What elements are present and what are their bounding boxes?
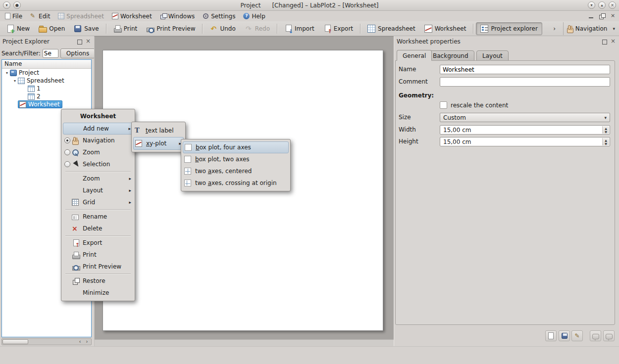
spinner-buttons[interactable]: ▲▼ [602, 126, 609, 134]
menu-item-layout-submenu[interactable]: Layout ▸ [61, 184, 135, 196]
menu-item-text-label[interactable]: T text label [132, 124, 185, 137]
tab-general[interactable]: General [397, 50, 432, 61]
project-explorer-header: Project Explorer × [0, 36, 94, 47]
tree-column-header[interactable]: Name [2, 60, 91, 69]
export-button[interactable]: Export [319, 22, 358, 35]
navigation-button-label[interactable]: Navigation [575, 25, 608, 32]
print-preview-button[interactable]: Print Preview [142, 22, 200, 35]
menu-item-label: Restore [83, 277, 131, 284]
worksheet-scrollbar[interactable] [95, 339, 394, 346]
menu-item-export[interactable]: Export [61, 237, 135, 249]
menu-item-delete[interactable]: × Delete [61, 223, 135, 234]
menu-item-print-preview[interactable]: Print Preview [61, 261, 135, 273]
minimize-button[interactable]: ▾ [588, 1, 595, 9]
spin-up-icon[interactable]: ▲ [605, 138, 607, 142]
menu-item-label: Navigation [83, 137, 131, 144]
new-page-button[interactable] [545, 330, 557, 341]
menu-item-two-axes-crossing-origin[interactable]: two axes, crossing at origin [181, 177, 290, 189]
menu-item-rename[interactable]: Rename [61, 211, 135, 223]
tree-row-spreadsheet[interactable]: ▾ Spreadsheet [2, 77, 91, 85]
new-button[interactable]: New [2, 22, 34, 35]
import-button[interactable]: Import [280, 22, 319, 35]
rescale-checkbox-label[interactable]: rescale the content [451, 102, 508, 109]
expander-icon[interactable]: ▾ [4, 71, 10, 75]
menu-item-label: Layout [83, 187, 124, 194]
worksheet-icon [112, 13, 118, 19]
toolbar-overflow-button[interactable]: › [553, 25, 556, 32]
spinner-buttons[interactable]: ▲▼ [602, 138, 609, 145]
scrollbar-thumb[interactable] [2, 339, 28, 344]
save-button[interactable]: Save [69, 22, 103, 35]
size-combobox[interactable]: Custom ▾ [440, 113, 610, 122]
menu-item-box-plot-two-axes[interactable]: box plot, two axes [181, 153, 290, 165]
height-spinbox[interactable]: 15,00 cm ▲▼ [440, 137, 610, 146]
menu-item-print[interactable]: Print [61, 249, 135, 261]
menu-item-navigation[interactable]: Navigation [61, 135, 135, 146]
chart-icon-shape [135, 140, 142, 147]
menu-file[interactable]: File [1, 11, 26, 21]
mdi-restore-button[interactable] [598, 12, 606, 20]
float-dock-button[interactable] [601, 38, 608, 45]
spin-up-icon[interactable]: ▲ [605, 127, 607, 130]
maximize-button[interactable]: ▴ [598, 1, 606, 9]
edit-button[interactable]: ✎ [571, 330, 583, 341]
tab-background[interactable]: Background [427, 50, 474, 61]
window-menu-button[interactable]: ▾ [3, 1, 10, 9]
menu-item-xy-plot[interactable]: xy-plot ▸ [133, 137, 184, 150]
worksheet-button[interactable]: Worksheet [420, 22, 471, 35]
options-button[interactable]: Options [60, 48, 95, 58]
spreadsheet-button[interactable]: Spreadsheet [363, 22, 420, 35]
width-spinbox[interactable]: 15,00 cm ▲▼ [440, 125, 610, 135]
menu-settings[interactable]: Settings [199, 11, 239, 21]
project-explorer-button[interactable]: Project explorer [476, 22, 542, 35]
add-comment-button[interactable] [603, 330, 615, 341]
save-button[interactable] [559, 330, 570, 341]
navigation-dropdown-icon[interactable]: ▾ [613, 26, 615, 31]
comment-button[interactable] [590, 330, 601, 341]
scroll-right-button[interactable]: › [84, 339, 90, 345]
mdi-minimize-button[interactable] [587, 12, 595, 20]
mdi-close-button[interactable]: × [609, 12, 617, 20]
menu-item-two-axes-centered[interactable]: two axes, centered [181, 165, 290, 177]
menu-item-label: Zoom [83, 149, 131, 156]
close-dock-button[interactable]: × [610, 38, 617, 45]
window-pin-button[interactable]: ● [13, 1, 21, 9]
sheet-icon [28, 86, 35, 92]
tab-layout[interactable]: Layout [476, 50, 509, 61]
menu-item-label: Print Preview [83, 263, 131, 270]
search-input[interactable] [43, 49, 58, 58]
float-dock-button[interactable] [76, 38, 83, 45]
comment-field[interactable] [440, 77, 610, 87]
menu-help[interactable]: ?Help [239, 11, 269, 21]
menu-item-box-plot-four-axes[interactable]: box plot, four axes [183, 141, 289, 153]
tree-row-worksheet[interactable]: Worksheet [2, 100, 91, 108]
menu-item-add-new[interactable]: Add new ▸ [63, 123, 133, 135]
redo-button-label: Redo [255, 25, 270, 32]
tree-row-sheet1[interactable]: 1 [2, 85, 91, 92]
undo-button[interactable]: ↶Undo [205, 22, 240, 35]
menu-item-zoom-submenu[interactable]: Zoom ▸ [61, 173, 135, 184]
menu-item-selection-mode[interactable]: Selection [61, 158, 135, 170]
menu-item-grid-submenu[interactable]: Grid ▸ [61, 196, 135, 208]
submenu-arrow-icon: ▸ [129, 188, 131, 193]
print-button[interactable]: Print [109, 22, 142, 35]
expander-icon[interactable]: ▾ [12, 79, 18, 83]
sheet-icon [28, 93, 35, 100]
menu-item-zoom-mode[interactable]: Zoom [61, 146, 135, 158]
menu-worksheet[interactable]: Worksheet [108, 11, 156, 21]
spin-down-icon[interactable]: ▼ [605, 142, 607, 145]
open-button[interactable]: Open [34, 22, 69, 35]
tree-row-project[interactable]: ▾ Project [2, 69, 91, 77]
close-button[interactable]: × [609, 1, 616, 9]
tree-row-sheet2[interactable]: 2 [2, 92, 91, 100]
menu-item-minimize[interactable]: Minimize [61, 287, 135, 299]
close-dock-button[interactable]: × [85, 38, 92, 45]
scroll-left-button[interactable]: ‹ [77, 339, 83, 345]
rescale-checkbox[interactable] [440, 101, 447, 109]
name-field[interactable] [440, 65, 610, 74]
menu-windows[interactable]: Windows [156, 11, 199, 21]
horizontal-scrollbar[interactable]: ‹ › [1, 338, 92, 345]
menu-edit[interactable]: ✎Edit [26, 11, 54, 21]
menu-item-restore[interactable]: Restore [61, 275, 135, 287]
spin-down-icon[interactable]: ▼ [605, 130, 607, 134]
